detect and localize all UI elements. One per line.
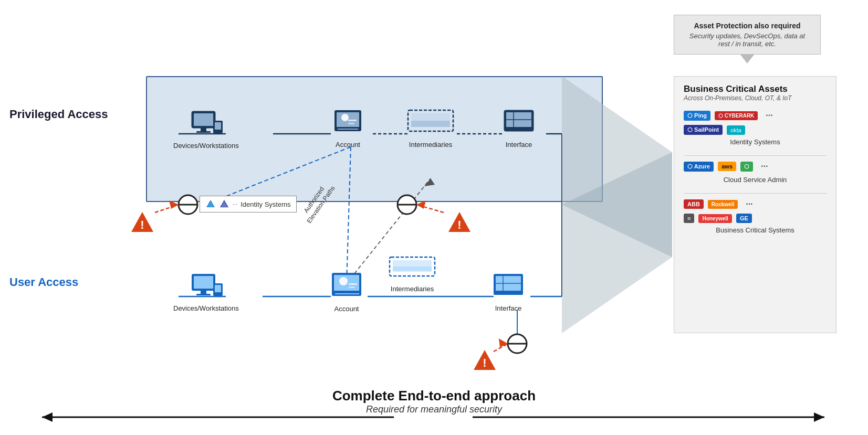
privileged-interface-label: Interface bbox=[506, 141, 532, 148]
identity-dots: ··· bbox=[762, 109, 776, 122]
systems-section-label: Business Critical Systems bbox=[684, 226, 827, 234]
bca-title: Business Critical Assets bbox=[684, 84, 827, 94]
privileged-account: Account bbox=[333, 109, 362, 148]
svg-rect-60 bbox=[196, 294, 211, 295]
warning-bottom: ! bbox=[473, 349, 497, 373]
svg-rect-71 bbox=[393, 267, 432, 272]
warning-triangle-bottom: ! bbox=[473, 349, 497, 371]
user-intermediaries-label: Intermediaries bbox=[391, 285, 434, 293]
user-devices-workstations: Devices/Workstations bbox=[173, 273, 239, 312]
bca-panel: Business Critical Assets Across On-Premi… bbox=[674, 76, 836, 333]
user-account-label: Account bbox=[334, 305, 359, 313]
honeywell-logo: Honeywell bbox=[698, 214, 731, 223]
svg-rect-34 bbox=[194, 113, 213, 126]
aws-logo: aws bbox=[718, 162, 736, 171]
cyberark-logo: ⬡ CYBERARK bbox=[715, 111, 758, 120]
svg-text:!: ! bbox=[483, 356, 486, 369]
svg-marker-26 bbox=[499, 338, 508, 347]
diagram-container: Asset Protection also required Security … bbox=[0, 0, 868, 435]
rockwell-logo: Rockwell bbox=[708, 200, 738, 209]
account-icon-user bbox=[331, 272, 362, 302]
svg-rect-59 bbox=[201, 291, 206, 294]
user-devices-label: Devices/Workstations bbox=[173, 304, 239, 312]
svg-marker-22 bbox=[169, 200, 179, 209]
identity-logo-row2: ⬡ SailPoint okta bbox=[684, 125, 827, 135]
siemens-logo: ≡ bbox=[684, 214, 694, 223]
identity-logo-row: ⬡ Ping ⬡ CYBERARK ··· bbox=[684, 109, 827, 122]
warning-middle: ! bbox=[447, 211, 472, 235]
svg-rect-36 bbox=[196, 131, 211, 133]
privileged-intermediaries-label: Intermediaries bbox=[409, 141, 452, 148]
bca-systems-section: ABB Rockwell ··· ≡ Honeywell GE Business… bbox=[684, 198, 827, 234]
user-intermediaries: Intermediaries bbox=[389, 256, 436, 293]
svg-rect-52 bbox=[504, 128, 534, 131]
systems-logo-row2: ≡ Honeywell GE bbox=[684, 214, 827, 223]
ping-logo: ⬡ Ping bbox=[684, 111, 710, 121]
identity-section-label: Identity Systems bbox=[684, 138, 827, 146]
svg-marker-32 bbox=[814, 412, 824, 422]
intermediaries-icon-privileged bbox=[407, 109, 454, 138]
bottom-label: Complete End-to-end approach Required fo… bbox=[332, 388, 536, 415]
svg-point-41 bbox=[341, 114, 349, 121]
bca-cloud-section: ⬡ Azure aws ⬡ ··· Cloud Service Admin bbox=[684, 160, 827, 184]
sailpoint-logo: ⬡ SailPoint bbox=[684, 125, 723, 135]
intermediaries-icon-user bbox=[389, 256, 436, 282]
user-device-icon bbox=[189, 273, 223, 302]
user-interface: Interface bbox=[493, 273, 524, 312]
ge-logo: GE bbox=[736, 214, 752, 223]
svg-point-65 bbox=[339, 277, 348, 285]
systems-logo-row1: ABB Rockwell ··· bbox=[684, 198, 827, 210]
warning-triangle-left: ! bbox=[130, 211, 154, 233]
bca-subtitle: Across On-Premises, Cloud, OT, & IoT bbox=[684, 94, 827, 102]
ping-icon-small bbox=[205, 199, 216, 209]
svg-rect-76 bbox=[494, 292, 523, 295]
okta-logo: okta bbox=[727, 125, 745, 135]
divider1 bbox=[684, 155, 827, 156]
svg-rect-44 bbox=[348, 123, 354, 124]
cloud-dots: ··· bbox=[757, 160, 771, 173]
svg-rect-67 bbox=[349, 283, 357, 285]
identity-systems-tooltip-label: Identity Systems bbox=[240, 200, 290, 208]
svg-rect-38 bbox=[215, 122, 221, 130]
warning-left: ! bbox=[130, 211, 154, 235]
gcp-logo: ⬡ bbox=[740, 162, 753, 172]
device-icon bbox=[189, 110, 223, 139]
privileged-interface: Interface bbox=[503, 109, 535, 148]
privileged-devices-label: Devices/Workstations bbox=[173, 142, 239, 150]
user-interface-label: Interface bbox=[495, 304, 522, 312]
svg-rect-47 bbox=[411, 121, 450, 127]
interface-icon-user bbox=[493, 273, 524, 302]
svg-rect-62 bbox=[215, 285, 221, 292]
abb-logo: ABB bbox=[684, 199, 704, 209]
warning-triangle-middle: ! bbox=[447, 211, 472, 233]
sailpoint-icon-small bbox=[219, 199, 229, 209]
account-icon-privileged bbox=[333, 109, 362, 138]
privileged-intermediaries: Intermediaries bbox=[407, 109, 454, 148]
azure-logo: ⬡ Azure bbox=[684, 162, 714, 172]
systems-dots: ··· bbox=[742, 198, 756, 210]
privileged-devices-workstations: Devices/Workstations bbox=[173, 110, 239, 150]
end-to-end-label: Complete End-to-end approach bbox=[332, 388, 536, 404]
svg-rect-35 bbox=[201, 128, 206, 131]
identity-systems-tooltip: ··· Identity Systems bbox=[200, 196, 297, 213]
interface-icon-privileged bbox=[503, 109, 535, 138]
cloud-section-label: Cloud Service Admin bbox=[684, 176, 827, 184]
divider2 bbox=[684, 193, 827, 194]
svg-line-10 bbox=[347, 147, 351, 283]
cloud-logo-row: ⬡ Azure aws ⬡ ··· bbox=[684, 160, 827, 173]
privileged-account-label: Account bbox=[336, 141, 360, 148]
svg-text:!: ! bbox=[140, 218, 144, 231]
svg-rect-58 bbox=[194, 276, 213, 289]
user-account: Account bbox=[331, 272, 362, 313]
svg-text:!: ! bbox=[457, 218, 461, 231]
svg-rect-43 bbox=[348, 120, 357, 121]
required-label: Required for meaningful security bbox=[332, 404, 536, 415]
svg-marker-30 bbox=[42, 412, 53, 422]
svg-rect-68 bbox=[349, 287, 355, 288]
bca-identity-section: ⬡ Ping ⬡ CYBERARK ··· ⬡ SailPoint okta I… bbox=[684, 109, 827, 146]
